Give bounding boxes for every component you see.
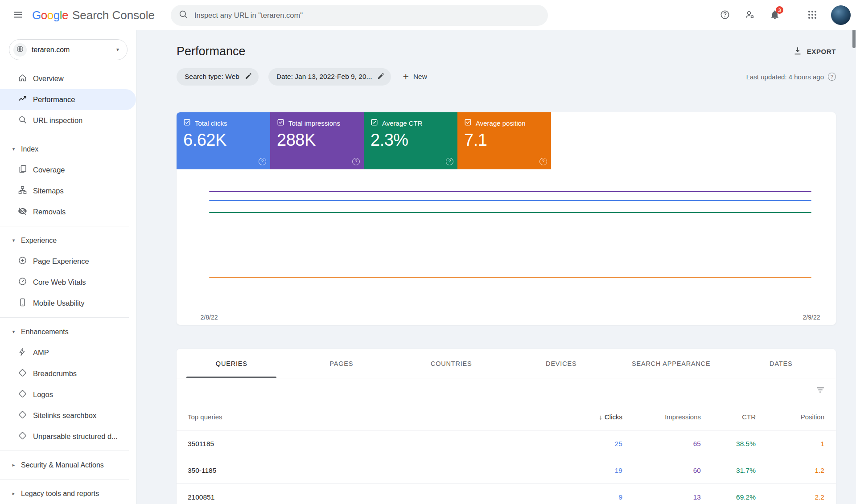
line-chart xyxy=(209,183,811,303)
column-header-clicks[interactable]: ↓ Clicks xyxy=(538,413,622,421)
page-scrollbar xyxy=(852,0,856,504)
logo-letter: e xyxy=(62,8,68,22)
sidebar-item-label: Logos xyxy=(33,390,53,399)
menu-button[interactable] xyxy=(7,4,29,26)
position-cell: 2.2 xyxy=(756,493,824,501)
section-header-enhancements[interactable]: ▾ Enhancements xyxy=(0,321,136,342)
search-icon xyxy=(178,9,194,21)
filter-list-icon[interactable] xyxy=(815,385,825,397)
metric-value: 288K xyxy=(277,131,357,150)
manage-users-button[interactable] xyxy=(739,4,761,26)
checkbox-checked-icon xyxy=(183,119,191,127)
new-filter-button[interactable]: + New xyxy=(403,72,427,82)
sidebar-item-label: Page Experience xyxy=(33,257,89,266)
sidebar-item-mobile-usability[interactable]: Mobile Usability xyxy=(0,293,136,314)
clicks-cell: 25 xyxy=(538,440,622,448)
sidebar-item-overview[interactable]: Overview xyxy=(0,68,136,89)
section-header-index[interactable]: ▾ Index xyxy=(0,139,136,160)
chevron-down-icon: ▾ xyxy=(11,146,16,152)
notifications-button[interactable]: 3 xyxy=(764,4,786,26)
column-header-ctr[interactable]: CTR xyxy=(701,413,756,421)
impressions-cell: 13 xyxy=(622,493,701,501)
sidebar-item-core-web-vitals[interactable]: Core Web Vitals xyxy=(0,272,136,293)
section-header-security-manual-actions[interactable]: ▸ Security & Manual Actions xyxy=(0,455,136,475)
help-circle-icon[interactable]: ? xyxy=(446,158,453,165)
date-filter-chip[interactable]: Date: Jan 13, 2022-Feb 9, 20... xyxy=(268,68,391,86)
chevron-right-icon: ▸ xyxy=(11,462,16,468)
google-apps-button[interactable] xyxy=(802,4,823,26)
column-header-position[interactable]: Position xyxy=(756,413,824,421)
help-circle-icon[interactable]: ? xyxy=(352,158,360,165)
logo-letter: g xyxy=(54,8,60,22)
section-header-legacy-tools[interactable]: ▸ Legacy tools and reports xyxy=(0,483,136,504)
section-label: Enhancements xyxy=(21,328,69,336)
tab-queries[interactable]: QUERIES xyxy=(177,349,287,378)
main-content: Performance EXPORT Search type: Web Date… xyxy=(136,30,856,504)
export-button[interactable]: EXPORT xyxy=(793,46,836,57)
metric-total-clicks[interactable]: Total clicks 6.62K ? xyxy=(177,112,270,169)
metric-label: Total clicks xyxy=(195,119,227,127)
impressions-cell: 60 xyxy=(622,467,701,475)
tab-countries[interactable]: COUNTRIES xyxy=(396,349,506,378)
export-label: EXPORT xyxy=(807,48,836,55)
sidebar-item-amp[interactable]: AMP xyxy=(0,342,136,363)
x-axis-label-start: 2/8/22 xyxy=(201,314,218,321)
sidebar-item-removals[interactable]: Removals xyxy=(0,201,136,222)
clicks-cell: 9 xyxy=(538,493,622,501)
sidebar-item-sitemaps[interactable]: Sitemaps xyxy=(0,180,136,201)
url-inspection-searchbox[interactable] xyxy=(171,5,548,26)
sidebar-item-label: Sitelinks searchbox xyxy=(33,411,96,420)
search-input[interactable] xyxy=(194,11,544,20)
sidebar-section-experience: ▾ Experience Page Experience Core Web Vi… xyxy=(0,230,136,314)
help-icon xyxy=(720,9,730,21)
table-row[interactable]: 350-1185 19 60 31.7% 1.2 xyxy=(177,457,836,484)
help-circle-icon[interactable]: ? xyxy=(539,158,547,165)
property-selector[interactable]: teraren.com ▼ xyxy=(9,39,128,60)
rich-result-tag-icon xyxy=(18,431,27,442)
tab-dates[interactable]: DATES xyxy=(726,349,836,378)
tab-devices[interactable]: DEVICES xyxy=(506,349,617,378)
sidebar-item-performance[interactable]: Performance xyxy=(0,89,136,110)
column-header-impressions[interactable]: Impressions xyxy=(622,413,701,421)
sidebar-item-url-inspection[interactable]: URL inspection xyxy=(0,110,136,131)
sidebar-item-coverage[interactable]: Coverage xyxy=(0,160,136,180)
position-cell: 1 xyxy=(756,440,824,448)
sidebar: teraren.com ▼ Overview Performance URL i… xyxy=(0,30,136,504)
sidebar-item-page-experience[interactable]: Page Experience xyxy=(0,251,136,272)
clicks-line xyxy=(209,200,811,201)
tab-search-appearance[interactable]: SEARCH APPEARANCE xyxy=(616,349,726,378)
sidebar-item-sitelinks-searchbox[interactable]: Sitelinks searchbox xyxy=(0,405,136,426)
section-header-experience[interactable]: ▾ Experience xyxy=(0,230,136,251)
manage-users-icon xyxy=(745,9,755,21)
sidebar-item-breadcrumbs[interactable]: Breadcrumbs xyxy=(0,363,136,384)
help-button[interactable] xyxy=(714,4,736,26)
tab-pages[interactable]: PAGES xyxy=(287,349,397,378)
dimensions-table-card: QUERIES PAGES COUNTRIES DEVICES SEARCH A… xyxy=(177,349,836,504)
help-circle-icon[interactable]: ? xyxy=(259,158,266,165)
metric-label: Average position xyxy=(476,119,525,127)
app-logo: G o o g l e Search Console xyxy=(32,8,155,22)
metric-label: Total impressions xyxy=(288,119,340,127)
metric-average-ctr[interactable]: Average CTR 2.3% ? xyxy=(364,112,457,169)
search-type-filter-chip[interactable]: Search type: Web xyxy=(177,68,259,86)
sidebar-item-label: Performance xyxy=(33,95,75,104)
table-row[interactable]: 2100851 9 13 69.2% 2.2 xyxy=(177,484,836,504)
metric-total-impressions[interactable]: Total impressions 288K ? xyxy=(270,112,364,169)
query-cell: 3501185 xyxy=(188,440,538,448)
column-header-queries[interactable]: Top queries xyxy=(188,413,538,421)
metric-average-position[interactable]: Average position 7.1 ? xyxy=(457,112,551,169)
sidebar-item-label: URL inspection xyxy=(33,116,82,125)
filter-bar: Search type: Web Date: Jan 13, 2022-Feb … xyxy=(177,68,836,86)
help-circle-icon[interactable]: ? xyxy=(828,73,836,81)
section-label: Legacy tools and reports xyxy=(21,490,99,498)
sidebar-item-label: Overview xyxy=(33,74,64,83)
table-row[interactable]: 3501185 25 65 38.5% 1 xyxy=(177,430,836,457)
sidebar-item-unparsable-structured-data[interactable]: Unparsable structured d... xyxy=(0,426,136,447)
sidebar-item-logos[interactable]: Logos xyxy=(0,384,136,405)
page-experience-icon xyxy=(18,256,27,267)
impressions-cell: 65 xyxy=(622,440,701,448)
menu-icon xyxy=(12,9,23,21)
impressions-line xyxy=(209,191,811,192)
account-avatar[interactable] xyxy=(831,5,851,25)
pencil-icon xyxy=(372,72,385,82)
